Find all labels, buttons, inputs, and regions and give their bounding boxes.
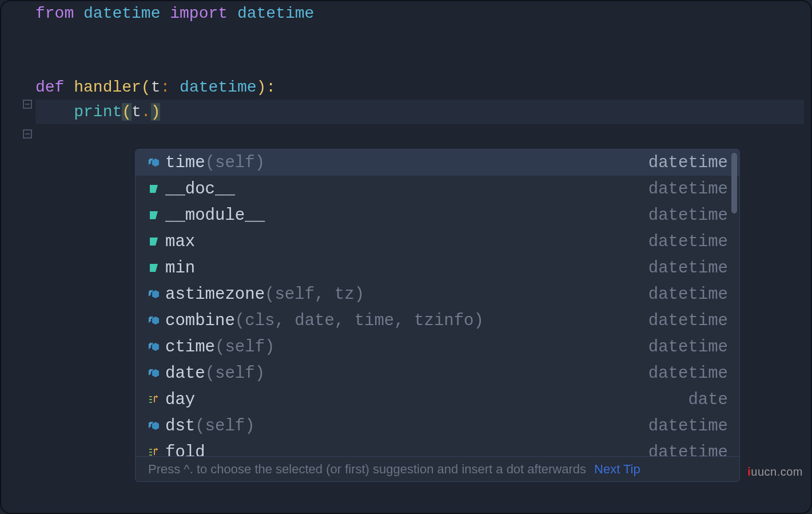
item-name: max: [165, 232, 195, 251]
autocomplete-item[interactable]: daydate: [136, 386, 739, 413]
code-line-empty[interactable]: [35, 26, 804, 50]
item-type: datetime: [648, 311, 728, 330]
item-name: fold: [165, 443, 205, 457]
autocomplete-item[interactable]: astimezone(self, tz)datetime: [136, 281, 739, 307]
method-icon: [146, 420, 162, 432]
svg-marker-13: [152, 422, 159, 430]
autocomplete-list[interactable]: time(self)datetime__doc__datetime__modul…: [136, 149, 739, 456]
function-name: handler: [74, 78, 141, 96]
code-line-current[interactable]: print(t.): [35, 100, 804, 124]
svg-marker-5: [152, 290, 159, 298]
field-icon: [146, 209, 162, 222]
autocomplete-item[interactable]: dst(self)datetime: [136, 413, 739, 439]
watermark-text: uucn.com: [751, 465, 803, 478]
svg-marker-17: [156, 448, 158, 451]
svg-marker-7: [152, 343, 159, 351]
paren-open: (: [122, 103, 132, 121]
item-signature: (self): [195, 417, 254, 436]
autocomplete-item[interactable]: mindatetime: [136, 255, 739, 281]
svg-marker-12: [156, 395, 158, 398]
autocomplete-item[interactable]: __doc__datetime: [136, 176, 739, 202]
keyword-def: def: [35, 78, 64, 96]
item-type: date: [688, 390, 728, 409]
item-name: dst: [165, 417, 195, 436]
item-signature: (cls, date, time, tzinfo): [235, 311, 484, 330]
item-type: datetime: [648, 206, 728, 225]
variable: t: [132, 103, 141, 121]
scrollbar-thumb[interactable]: [731, 153, 737, 213]
field-icon: [146, 183, 162, 195]
autocomplete-item[interactable]: time(self)datetime: [136, 149, 739, 176]
item-name: combine: [165, 311, 235, 330]
item-signature: (self): [215, 338, 274, 357]
item-type: datetime: [648, 259, 728, 278]
autocomplete-item[interactable]: combine(cls, date, time, tzinfo)datetime: [136, 307, 739, 334]
method-icon: [146, 367, 162, 379]
code-line[interactable]: from datetime import datetime: [35, 1, 804, 26]
item-type: datetime: [648, 232, 728, 251]
module-name: datetime: [83, 5, 160, 22]
item-signature: (self, tz): [265, 285, 364, 304]
svg-marker-6: [152, 317, 159, 325]
item-name: day: [165, 390, 195, 409]
module-name: datetime: [237, 5, 314, 22]
type-colon: :: [160, 78, 180, 96]
item-type: datetime: [648, 417, 728, 436]
autocomplete-item[interactable]: maxdatetime: [136, 228, 739, 255]
field-icon: [146, 262, 162, 274]
property-icon: [146, 446, 162, 456]
fold-end-icon[interactable]: [23, 129, 32, 139]
code-editor-window: from datetime import datetime def handle…: [0, 0, 812, 514]
autocomplete-popup: time(self)datetime__doc__datetime__modul…: [135, 149, 740, 482]
property-icon: [146, 393, 162, 406]
call-print: print: [74, 103, 122, 121]
code-line[interactable]: def handler(t: datetime):: [35, 75, 804, 100]
item-name: __doc__: [165, 180, 235, 199]
item-type: datetime: [648, 285, 728, 304]
field-icon: [146, 235, 162, 248]
code-area[interactable]: from datetime import datetime def handle…: [35, 1, 804, 124]
fold-collapse-icon[interactable]: [23, 100, 32, 109]
autocomplete-item[interactable]: date(self)datetime: [136, 360, 739, 386]
item-name: time: [165, 153, 205, 172]
type-name: datetime: [180, 78, 256, 96]
item-type: datetime: [648, 153, 728, 172]
autocomplete-item[interactable]: folddatetime: [136, 439, 739, 456]
item-signature: (self): [205, 364, 265, 383]
next-tip-link[interactable]: Next Tip: [594, 462, 640, 477]
autocomplete-item[interactable]: __module__datetime: [136, 202, 739, 228]
dot: .: [141, 103, 151, 121]
item-name: __module__: [165, 206, 265, 225]
item-name: min: [165, 259, 195, 278]
item-type: datetime: [648, 364, 728, 383]
autocomplete-item[interactable]: ctime(self)datetime: [136, 334, 739, 360]
item-name: ctime: [165, 338, 215, 357]
paren-close: ):: [257, 78, 276, 96]
item-type: datetime: [648, 443, 728, 457]
method-icon: [146, 156, 162, 169]
item-name: astimezone: [165, 285, 265, 304]
item-type: datetime: [648, 180, 728, 199]
watermark: iuucn.com: [747, 465, 803, 479]
item-type: datetime: [648, 338, 728, 357]
editor-gutter: [23, 1, 34, 513]
autocomplete-footer: Press ^. to choose the selected (or firs…: [136, 456, 739, 481]
method-icon: [146, 341, 162, 353]
item-name: date: [165, 364, 205, 383]
paren-open: (: [141, 78, 151, 96]
indent: [35, 103, 74, 121]
code-line-empty[interactable]: [35, 50, 804, 75]
keyword-import: import: [170, 5, 228, 22]
method-icon: [146, 314, 162, 327]
svg-marker-4: [152, 159, 159, 167]
parameter: t: [151, 78, 161, 96]
keyword-from: from: [35, 5, 74, 22]
paren-close: ): [151, 103, 161, 121]
svg-marker-8: [152, 369, 159, 377]
method-icon: [146, 288, 162, 301]
footer-hint-text: Press ^. to choose the selected (or firs…: [148, 462, 586, 477]
item-signature: (self): [205, 153, 265, 172]
